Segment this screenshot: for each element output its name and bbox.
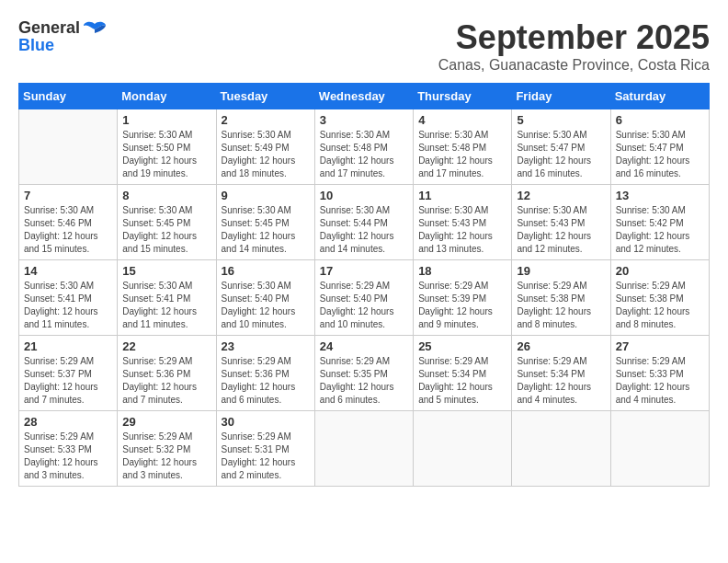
- day-number: 23: [222, 339, 310, 353]
- day-info: Sunrise: 5:30 AM Sunset: 5:46 PM Dayligh…: [24, 204, 112, 256]
- day-number: 7: [24, 189, 112, 202]
- calendar-cell: [414, 411, 512, 487]
- day-number: 5: [517, 113, 605, 127]
- weekday-header-wednesday: Wednesday: [314, 84, 413, 109]
- day-number: 1: [122, 113, 210, 127]
- day-number: 6: [616, 113, 704, 127]
- calendar-cell: 2Sunrise: 5:30 AM Sunset: 5:49 PM Daylig…: [216, 109, 314, 185]
- calendar-cell: [610, 411, 709, 487]
- calendar-cell: 5Sunrise: 5:30 AM Sunset: 5:47 PM Daylig…: [512, 109, 610, 185]
- day-number: 25: [418, 339, 506, 353]
- logo-blue-text: Blue: [18, 36, 54, 54]
- calendar-week-2: 7Sunrise: 5:30 AM Sunset: 5:46 PM Daylig…: [19, 185, 710, 260]
- title-block: September 2025 Canas, Guanacaste Provinc…: [438, 18, 710, 74]
- calendar-cell: 14Sunrise: 5:30 AM Sunset: 5:41 PM Dayli…: [19, 260, 118, 336]
- calendar-cell: 8Sunrise: 5:30 AM Sunset: 5:45 PM Daylig…: [118, 185, 216, 260]
- weekday-header-saturday: Saturday: [610, 84, 709, 109]
- day-info: Sunrise: 5:30 AM Sunset: 5:48 PM Dayligh…: [320, 129, 408, 180]
- day-info: Sunrise: 5:30 AM Sunset: 5:47 PM Dayligh…: [616, 129, 704, 180]
- calendar-cell: 1Sunrise: 5:30 AM Sunset: 5:50 PM Daylig…: [118, 109, 216, 185]
- day-number: 10: [320, 189, 408, 202]
- day-number: 3: [320, 113, 408, 127]
- calendar-cell: 13Sunrise: 5:30 AM Sunset: 5:42 PM Dayli…: [610, 185, 709, 260]
- day-number: 18: [418, 264, 506, 278]
- calendar-week-1: 1Sunrise: 5:30 AM Sunset: 5:50 PM Daylig…: [19, 109, 710, 185]
- calendar-cell: 28Sunrise: 5:29 AM Sunset: 5:33 PM Dayli…: [19, 411, 118, 487]
- logo-bird-icon: [82, 20, 108, 37]
- calendar-cell: 21Sunrise: 5:29 AM Sunset: 5:37 PM Dayli…: [19, 336, 118, 411]
- logo-general-text: General: [18, 18, 80, 38]
- day-info: Sunrise: 5:30 AM Sunset: 5:50 PM Dayligh…: [122, 129, 210, 180]
- day-info: Sunrise: 5:29 AM Sunset: 5:38 PM Dayligh…: [616, 280, 704, 331]
- day-info: Sunrise: 5:30 AM Sunset: 5:45 PM Dayligh…: [122, 204, 210, 256]
- day-number: 27: [616, 339, 704, 353]
- day-number: 2: [222, 113, 310, 127]
- calendar-cell: 30Sunrise: 5:29 AM Sunset: 5:31 PM Dayli…: [216, 411, 314, 487]
- day-number: 20: [616, 264, 704, 278]
- calendar-cell: 9Sunrise: 5:30 AM Sunset: 5:45 PM Daylig…: [216, 185, 314, 260]
- calendar-cell: 17Sunrise: 5:29 AM Sunset: 5:40 PM Dayli…: [314, 260, 413, 336]
- calendar-cell: 12Sunrise: 5:30 AM Sunset: 5:43 PM Dayli…: [512, 185, 610, 260]
- calendar-cell: [512, 411, 610, 487]
- day-info: Sunrise: 5:29 AM Sunset: 5:31 PM Dayligh…: [222, 431, 310, 482]
- day-info: Sunrise: 5:29 AM Sunset: 5:38 PM Dayligh…: [517, 280, 605, 331]
- calendar-cell: 25Sunrise: 5:29 AM Sunset: 5:34 PM Dayli…: [414, 336, 512, 411]
- location-title: Canas, Guanacaste Province, Costa Rica: [438, 57, 710, 74]
- calendar-week-5: 28Sunrise: 5:29 AM Sunset: 5:33 PM Dayli…: [19, 411, 710, 487]
- day-info: Sunrise: 5:30 AM Sunset: 5:43 PM Dayligh…: [517, 204, 605, 256]
- calendar-cell: 27Sunrise: 5:29 AM Sunset: 5:33 PM Dayli…: [610, 336, 709, 411]
- day-number: 17: [320, 264, 408, 278]
- weekday-header-tuesday: Tuesday: [216, 84, 314, 109]
- page-header: General Blue September 2025 Canas, Guana…: [18, 18, 710, 74]
- weekday-header-sunday: Sunday: [19, 84, 118, 109]
- day-info: Sunrise: 5:29 AM Sunset: 5:34 PM Dayligh…: [418, 355, 506, 407]
- calendar-cell: 29Sunrise: 5:29 AM Sunset: 5:32 PM Dayli…: [118, 411, 216, 487]
- day-number: 28: [24, 415, 112, 429]
- calendar-week-4: 21Sunrise: 5:29 AM Sunset: 5:37 PM Dayli…: [19, 336, 710, 411]
- calendar-cell: 18Sunrise: 5:29 AM Sunset: 5:39 PM Dayli…: [414, 260, 512, 336]
- day-info: Sunrise: 5:29 AM Sunset: 5:36 PM Dayligh…: [222, 355, 310, 407]
- day-info: Sunrise: 5:29 AM Sunset: 5:39 PM Dayligh…: [418, 280, 506, 331]
- day-number: 26: [517, 339, 605, 353]
- calendar-cell: 24Sunrise: 5:29 AM Sunset: 5:35 PM Dayli…: [314, 336, 413, 411]
- calendar-body: 1Sunrise: 5:30 AM Sunset: 5:50 PM Daylig…: [19, 109, 710, 487]
- day-info: Sunrise: 5:30 AM Sunset: 5:42 PM Dayligh…: [616, 204, 704, 256]
- calendar-cell: 6Sunrise: 5:30 AM Sunset: 5:47 PM Daylig…: [610, 109, 709, 185]
- day-info: Sunrise: 5:29 AM Sunset: 5:33 PM Dayligh…: [616, 355, 704, 407]
- weekday-header-friday: Friday: [512, 84, 610, 109]
- calendar-cell: 7Sunrise: 5:30 AM Sunset: 5:46 PM Daylig…: [19, 185, 118, 260]
- day-number: 13: [616, 189, 704, 202]
- calendar-cell: 26Sunrise: 5:29 AM Sunset: 5:34 PM Dayli…: [512, 336, 610, 411]
- calendar-week-3: 14Sunrise: 5:30 AM Sunset: 5:41 PM Dayli…: [19, 260, 710, 336]
- day-number: 12: [517, 189, 605, 202]
- logo: General Blue: [18, 18, 108, 55]
- calendar-table: SundayMondayTuesdayWednesdayThursdayFrid…: [18, 83, 710, 487]
- day-number: 21: [24, 339, 112, 353]
- calendar-cell: 20Sunrise: 5:29 AM Sunset: 5:38 PM Dayli…: [610, 260, 709, 336]
- calendar-cell: 15Sunrise: 5:30 AM Sunset: 5:41 PM Dayli…: [118, 260, 216, 336]
- day-info: Sunrise: 5:30 AM Sunset: 5:48 PM Dayligh…: [418, 129, 506, 180]
- day-number: 14: [24, 264, 112, 278]
- calendar-cell: 11Sunrise: 5:30 AM Sunset: 5:43 PM Dayli…: [414, 185, 512, 260]
- day-info: Sunrise: 5:29 AM Sunset: 5:35 PM Dayligh…: [320, 355, 408, 407]
- calendar-cell: 4Sunrise: 5:30 AM Sunset: 5:48 PM Daylig…: [414, 109, 512, 185]
- calendar-cell: 19Sunrise: 5:29 AM Sunset: 5:38 PM Dayli…: [512, 260, 610, 336]
- day-info: Sunrise: 5:29 AM Sunset: 5:34 PM Dayligh…: [517, 355, 605, 407]
- calendar-cell: [314, 411, 413, 487]
- day-number: 29: [122, 415, 210, 429]
- day-info: Sunrise: 5:30 AM Sunset: 5:41 PM Dayligh…: [24, 280, 112, 331]
- calendar-cell: [19, 109, 118, 185]
- day-info: Sunrise: 5:29 AM Sunset: 5:32 PM Dayligh…: [122, 431, 210, 482]
- day-info: Sunrise: 5:29 AM Sunset: 5:40 PM Dayligh…: [320, 280, 408, 331]
- day-info: Sunrise: 5:30 AM Sunset: 5:43 PM Dayligh…: [418, 204, 506, 256]
- day-info: Sunrise: 5:29 AM Sunset: 5:36 PM Dayligh…: [122, 355, 210, 407]
- day-number: 19: [517, 264, 605, 278]
- day-number: 16: [222, 264, 310, 278]
- calendar-cell: 3Sunrise: 5:30 AM Sunset: 5:48 PM Daylig…: [314, 109, 413, 185]
- day-number: 30: [222, 415, 310, 429]
- day-number: 8: [122, 189, 210, 202]
- day-number: 11: [418, 189, 506, 202]
- day-number: 24: [320, 339, 408, 353]
- day-info: Sunrise: 5:30 AM Sunset: 5:40 PM Dayligh…: [222, 280, 310, 331]
- day-number: 15: [122, 264, 210, 278]
